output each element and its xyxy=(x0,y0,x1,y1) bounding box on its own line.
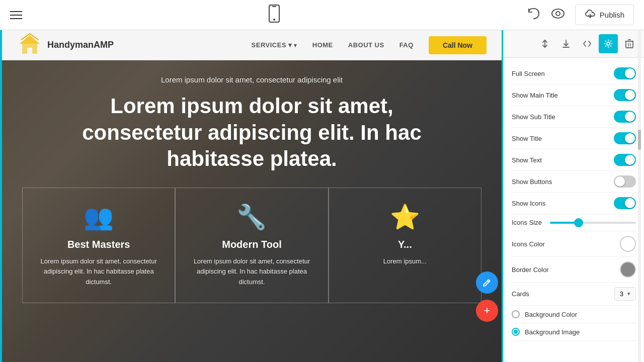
setting-border-color: Border Color xyxy=(512,257,636,283)
show-title-toggle[interactable] xyxy=(614,132,636,144)
nav-services[interactable]: SERVICES ▾ xyxy=(252,41,297,49)
cards-select-value: 3 xyxy=(620,290,623,298)
nav-about[interactable]: ABOUT US xyxy=(348,41,384,49)
card-2: 🔧 Modern Tool Lorem ipsum dolor sit amet… xyxy=(175,188,328,303)
preview-wrapper: HandymanAMP SERVICES ▾ HOME ABOUT US FAQ… xyxy=(2,30,503,362)
show-sub-title-toggle[interactable] xyxy=(614,111,636,123)
add-fab-button[interactable]: + xyxy=(476,300,498,322)
cards-select[interactable]: 3 ▾ xyxy=(614,287,636,301)
nav-faq[interactable]: FAQ xyxy=(399,41,414,49)
full-screen-label: Full Screen xyxy=(512,70,545,77)
publish-button[interactable]: Publish xyxy=(575,5,634,25)
hero-section: Lorem ipsum dolor sit amet, consectetur … xyxy=(2,60,502,362)
svg-point-11 xyxy=(607,42,610,45)
setting-full-screen: Full Screen xyxy=(512,63,636,84)
cloud-icon xyxy=(585,9,596,21)
show-title-label: Show Title xyxy=(512,135,542,142)
setting-show-buttons: Show Buttons xyxy=(512,171,636,193)
delete-icon-button[interactable] xyxy=(620,34,639,53)
icons-size-slider[interactable] xyxy=(550,222,636,224)
call-now-button[interactable]: Call Now xyxy=(429,36,487,54)
setting-show-icons: Show Icons xyxy=(512,193,636,214)
nav-home[interactable]: HOME xyxy=(312,41,333,49)
show-sub-title-label: Show Sub Title xyxy=(512,113,555,121)
toolbar-right: Publish xyxy=(527,5,634,25)
icons-color-label: Icons Color xyxy=(512,240,545,248)
code-icon-button[interactable] xyxy=(578,34,597,53)
show-text-toggle[interactable] xyxy=(614,154,636,166)
site-header: HandymanAMP SERVICES ▾ HOME ABOUT US FAQ… xyxy=(2,30,502,60)
border-color-picker[interactable] xyxy=(620,261,636,278)
card-3-title: Y... xyxy=(339,239,471,250)
toolbar-left xyxy=(10,11,22,19)
card-2-icon: 🔧 xyxy=(186,203,317,231)
show-text-label: Show Text xyxy=(512,156,542,164)
site-logo: HandymanAMP xyxy=(17,33,114,58)
card-1: 👥 Best Masters Lorem ipsum dolor sit ame… xyxy=(22,188,175,303)
preview-area: HandymanAMP SERVICES ▾ HOME ABOUT US FAQ… xyxy=(0,30,644,362)
top-toolbar: Publish xyxy=(0,0,644,30)
bg-image-label: Background Image xyxy=(525,328,580,336)
card-1-text: Lorem ipsum dolor sit amet, consectetur … xyxy=(33,256,165,288)
undo-button[interactable] xyxy=(527,8,541,23)
setting-cards: Cards 3 ▾ xyxy=(512,283,636,306)
show-main-title-toggle[interactable] xyxy=(614,89,636,101)
card-3-icon: ⭐ xyxy=(339,203,471,231)
bg-color-label: Background Color xyxy=(525,311,577,318)
setting-icons-size: Icons Size xyxy=(512,214,636,231)
mobile-preview-icon[interactable] xyxy=(268,5,280,26)
cards-label: Cards xyxy=(512,290,529,298)
icons-color-picker[interactable] xyxy=(620,236,636,252)
panel-actions xyxy=(504,30,644,58)
cards-chevron-icon: ▾ xyxy=(627,291,630,297)
setting-show-sub-title: Show Sub Title xyxy=(512,106,636,128)
show-icons-toggle[interactable] xyxy=(614,197,636,209)
bg-color-radio-row[interactable]: Background Color xyxy=(512,306,636,323)
hero-subtitle: Lorem ipsum dolor sit amet, consectetur … xyxy=(2,75,502,84)
full-screen-toggle[interactable] xyxy=(614,67,636,79)
setting-icons-color: Icons Color xyxy=(512,231,636,257)
card-1-title: Best Masters xyxy=(33,239,165,250)
edit-fab-button[interactable] xyxy=(476,272,498,294)
toolbar-center xyxy=(268,5,280,26)
setting-show-title: Show Title xyxy=(512,128,636,149)
setting-show-text: Show Text xyxy=(512,149,636,171)
bg-image-radio[interactable] xyxy=(512,328,520,336)
show-buttons-toggle[interactable] xyxy=(614,175,636,188)
hamburger-menu[interactable] xyxy=(10,11,22,19)
border-color-label: Border Color xyxy=(512,266,549,274)
publish-label: Publish xyxy=(600,11,624,19)
setting-show-main-title: Show Main Title xyxy=(512,84,636,106)
svg-rect-7 xyxy=(22,44,37,54)
preview-toggle[interactable] xyxy=(551,9,565,22)
hero-content: Lorem ipsum dolor sit amet, consectetur … xyxy=(2,60,502,303)
site-nav: SERVICES ▾ HOME ABOUT US FAQ Call Now xyxy=(252,36,487,54)
card-2-text: Lorem ipsum dolor sit amet, consectetur … xyxy=(186,256,317,288)
sort-icon-button[interactable] xyxy=(535,34,554,53)
icons-size-label: Icons Size xyxy=(512,219,542,226)
logo-icon xyxy=(17,33,42,58)
bg-color-radio[interactable] xyxy=(512,310,520,318)
svg-point-1 xyxy=(273,19,275,21)
card-2-title: Modern Tool xyxy=(186,239,317,250)
card-1-icon: 👥 xyxy=(33,203,165,231)
panel-content[interactable]: Full Screen Show Main Title Show S xyxy=(504,58,644,362)
show-main-title-label: Show Main Title xyxy=(512,92,558,99)
svg-point-4 xyxy=(556,12,560,16)
site-name: HandymanAMP xyxy=(47,40,114,50)
card-3-text: Lorem ipsum... xyxy=(339,256,471,267)
show-icons-label: Show Icons xyxy=(512,200,545,207)
settings-panel: Full Screen Show Main Title Show S xyxy=(503,30,644,362)
scrollbar[interactable] xyxy=(638,30,641,362)
scroll-thumb xyxy=(638,130,641,150)
show-buttons-label: Show Buttons xyxy=(512,178,552,186)
svg-point-3 xyxy=(552,9,564,18)
settings-icon-button[interactable] xyxy=(599,34,618,53)
bg-image-radio-row[interactable]: Background Image xyxy=(512,323,636,341)
download-icon-button[interactable] xyxy=(556,34,576,53)
cards-row: 👥 Best Masters Lorem ipsum dolor sit ame… xyxy=(22,188,481,303)
hero-title: Lorem ipsum dolor sit amet, consectetur … xyxy=(76,93,428,172)
card-3: ⭐ Y... Lorem ipsum... xyxy=(329,188,481,303)
svg-rect-12 xyxy=(626,41,633,48)
